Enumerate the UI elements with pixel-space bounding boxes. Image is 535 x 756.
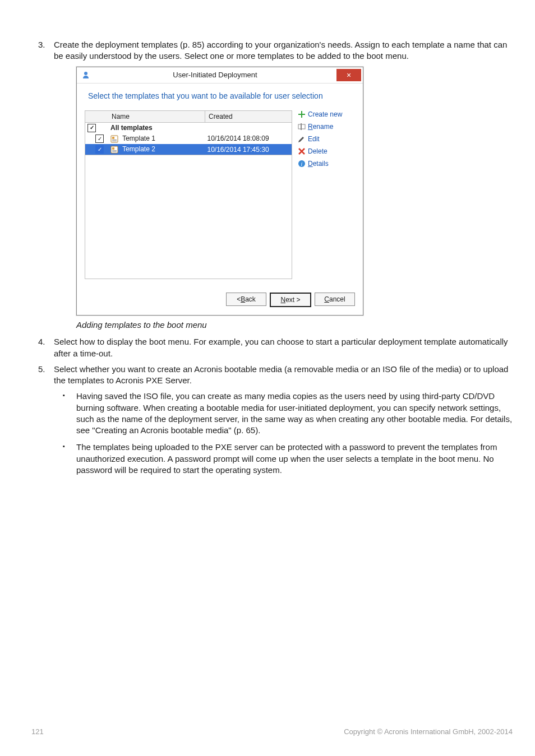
page-footer: 121 Copyright © Acronis International Gm… (31, 727, 513, 736)
step-5-number: 5. (38, 364, 45, 375)
step-4-text: Select how to display the boot menu. For… (54, 337, 508, 358)
step-4: 4. Select how to display the boot menu. … (54, 336, 513, 359)
svg-point-0 (84, 72, 87, 75)
step-3-text: Create the deployment templates (p. 85) … (54, 40, 507, 61)
next-button[interactable]: Next > (270, 293, 311, 307)
back-button[interactable]: < Back (226, 293, 266, 306)
template-1-name: Template 1 (122, 134, 155, 142)
svg-rect-10 (298, 114, 305, 115)
step-3-number: 3. (38, 39, 45, 50)
svg-rect-6 (112, 147, 114, 150)
template-icon (110, 146, 118, 154)
template-2-created: 10/16/2014 17:45:30 (205, 144, 292, 155)
table-empty-area (85, 155, 292, 279)
pencil-icon (298, 135, 306, 143)
info-icon: i (298, 160, 306, 168)
step-5-bullets: Having saved the ISO file, you can creat… (54, 391, 513, 476)
step-4-number: 4. (38, 336, 45, 347)
rename-icon (298, 123, 306, 131)
step-3: 3. Create the deployment templates (p. 8… (54, 39, 513, 62)
row-all-templates[interactable]: ✓ All templates (85, 122, 292, 133)
plus-icon (298, 110, 306, 118)
svg-rect-2 (112, 137, 114, 139)
cancel-button[interactable]: Cancel (315, 293, 355, 306)
svg-rect-7 (112, 150, 117, 151)
row-template-2[interactable]: ✓ Template 2 10/16/2014 17:45:30 (85, 144, 292, 155)
close-button[interactable]: × (336, 69, 361, 81)
col-created[interactable]: Created (205, 110, 292, 122)
template-icon (110, 135, 118, 143)
svg-rect-4 (112, 141, 117, 141)
bullet-pxe: The templates being uploaded to the PXE … (76, 442, 513, 476)
create-new-link[interactable]: Create new (298, 110, 355, 118)
dialog-titlebar: User-Initiated Deployment × (77, 67, 363, 84)
svg-rect-12 (301, 123, 302, 130)
user-initiated-deployment-dialog: User-Initiated Deployment × Select the t… (76, 67, 363, 316)
delete-link[interactable]: Delete (298, 147, 355, 155)
step-5: 5. Select whether you want to create an … (54, 364, 513, 387)
template-2-name: Template 2 (122, 145, 155, 153)
edit-link[interactable]: Edit (298, 135, 355, 143)
row-template-1[interactable]: ✓ Template 1 10/16/2014 18:08:09 (85, 133, 292, 144)
all-templates-label: All templates (110, 124, 153, 132)
page-number: 121 (31, 727, 44, 736)
dialog-title: User-Initiated Deployment (94, 71, 336, 79)
svg-rect-8 (112, 151, 117, 152)
delete-icon (298, 147, 306, 155)
figure-caption: Adding templates to the boot menu (76, 320, 513, 330)
copyright: Copyright © Acronis International GmbH, … (344, 727, 513, 736)
templates-table: Name Created ✓ All templates ✓ (85, 110, 292, 156)
bullet-iso: Having saved the ISO file, you can creat… (76, 391, 513, 436)
svg-rect-3 (112, 140, 117, 140)
details-link[interactable]: i Details (298, 160, 355, 168)
svg-text:i: i (301, 161, 303, 167)
checkbox-template-1[interactable]: ✓ (95, 134, 104, 143)
side-actions: Create new Rename Edit Delete i Details (292, 110, 355, 280)
template-1-created: 10/16/2014 18:08:09 (205, 133, 292, 144)
dialog-app-icon (81, 71, 90, 80)
col-name[interactable]: Name (108, 110, 205, 122)
dialog-button-row: < Back Next > Cancel (77, 287, 363, 315)
rename-link[interactable]: Rename (298, 123, 355, 131)
step-5-text: Select whether you want to create an Acr… (54, 364, 508, 385)
checkbox-template-2[interactable]: ✓ (95, 145, 104, 154)
dialog-subtitle: Select the templates that you want to be… (77, 84, 363, 110)
checkbox-all[interactable]: ✓ (87, 124, 96, 132)
